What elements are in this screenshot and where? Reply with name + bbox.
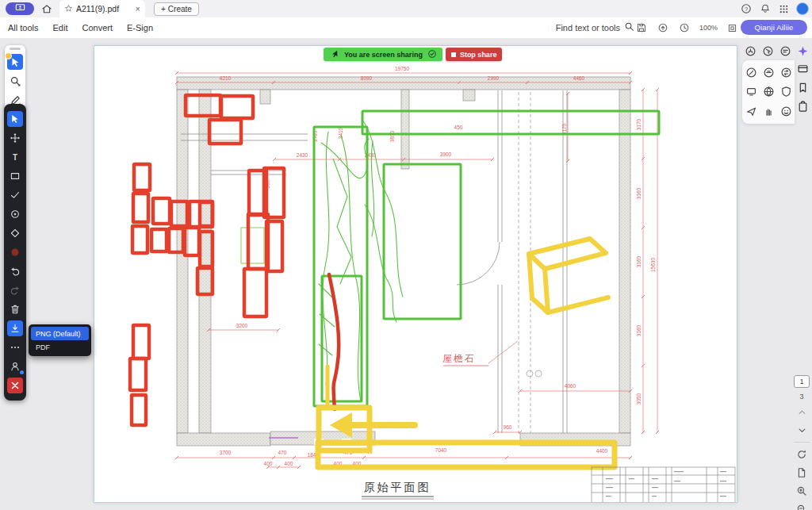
svg-text:15630: 15630 (650, 258, 656, 272)
laser-tool[interactable] (7, 206, 23, 222)
svg-text:3170: 3170 (636, 118, 642, 130)
svg-text:3830: 3830 (389, 130, 395, 142)
cursor-icon (329, 48, 339, 62)
protect-icon[interactable] (779, 85, 793, 98)
drag-handle[interactable] (10, 48, 21, 50)
presence-badge (5, 52, 12, 59)
apps-grid-icon[interactable] (777, 2, 791, 16)
eave-stone-label: 屋檐石 (442, 353, 476, 364)
hand-icon[interactable] (762, 105, 776, 118)
svg-text:3160: 3160 (636, 324, 642, 336)
quick-toolbar (5, 45, 25, 113)
save-icon[interactable] (635, 21, 649, 35)
zoom-level-label[interactable]: 100% (699, 24, 718, 32)
text-tool[interactable]: T (7, 149, 23, 165)
check-tool[interactable] (7, 187, 23, 203)
zoom-out-icon[interactable] (795, 502, 809, 510)
redo-button[interactable] (7, 282, 23, 298)
comment-tool-icon[interactable] (779, 44, 792, 58)
svg-text:T: T (13, 153, 17, 162)
menu-item-e-sign[interactable]: E-Sign (127, 23, 153, 33)
participants-button[interactable] (7, 359, 23, 374)
stop-square-icon (451, 52, 456, 57)
floorplan-drawing: 1975042108090299044603170317031603160316… (94, 46, 737, 502)
tab-title: A211(9).pdf (76, 4, 132, 13)
find-tools[interactable]: Find text or tools (556, 17, 645, 38)
svg-text:19750: 19750 (395, 66, 409, 71)
fit-page-icon[interactable] (726, 21, 739, 35)
svg-text:?: ? (744, 6, 747, 13)
svg-text:2990: 2990 (488, 75, 500, 81)
svg-text:400: 400 (285, 461, 293, 466)
select-tool[interactable] (7, 54, 23, 70)
stop-share-label: Stop share (460, 51, 497, 59)
help-icon[interactable]: ? (739, 2, 753, 16)
rectangle-tool[interactable] (7, 168, 23, 184)
more-button[interactable] (7, 339, 23, 355)
pdf-page[interactable]: 1975042108090299044603170317031603160316… (94, 45, 737, 503)
face-icon[interactable] (779, 105, 793, 118)
globe-icon[interactable] (762, 85, 776, 98)
home-icon[interactable] (41, 3, 52, 17)
history-icon[interactable] (678, 21, 691, 35)
move-tool[interactable] (7, 130, 23, 146)
sign-icon[interactable] (762, 66, 776, 79)
select-rail-icon[interactable] (761, 44, 775, 58)
edit-pdf-icon[interactable] (745, 66, 758, 79)
sharing-indicator: You are screen sharing (324, 48, 442, 61)
star-icon[interactable] (64, 2, 73, 16)
screenshare-pill[interactable] (6, 2, 34, 15)
svg-text:450: 450 (454, 125, 463, 130)
clipboard-icon[interactable] (796, 100, 810, 113)
zoom-in-icon[interactable] (795, 484, 809, 497)
stop-share-button[interactable]: Stop share (446, 48, 503, 61)
search-icon (624, 21, 634, 35)
pointer-tool[interactable] (7, 111, 23, 127)
delete-button[interactable] (7, 301, 23, 317)
card-icon[interactable] (796, 62, 810, 75)
previous-page-icon[interactable] (795, 405, 809, 419)
create-label: Create (168, 5, 192, 13)
export-option-png-default-[interactable]: PNG (Default) (31, 327, 89, 340)
svg-text:960: 960 (504, 424, 512, 430)
next-page-icon[interactable] (795, 424, 809, 437)
notifications-icon[interactable] (758, 2, 772, 16)
menu-item-all-tools[interactable]: All tools (8, 23, 39, 33)
zoom-tool[interactable] (7, 73, 23, 89)
rotate-page-icon[interactable] (795, 447, 809, 461)
menu-item-convert[interactable]: Convert (82, 23, 113, 33)
right-rail-side (796, 62, 810, 113)
color-swatch[interactable] (7, 244, 23, 260)
avatar[interactable] (796, 2, 809, 15)
undo-button[interactable] (7, 263, 23, 279)
export-option-pdf[interactable]: PDF (31, 340, 89, 354)
download-button[interactable] (7, 320, 23, 336)
share-icon[interactable] (657, 21, 670, 35)
eraser-tool[interactable] (7, 225, 23, 241)
bookmark-icon[interactable] (796, 81, 810, 94)
tab-close-icon[interactable]: × (136, 4, 140, 13)
menu-item-edit[interactable]: Edit (53, 23, 68, 33)
screenshare-banner: You are screen sharing Stop share (324, 48, 502, 61)
svg-text:3160: 3160 (636, 187, 642, 199)
convert-icon[interactable] (779, 66, 793, 79)
svg-text:184: 184 (308, 452, 316, 458)
pan-tool-icon[interactable] (744, 44, 757, 58)
screen-icon[interactable] (745, 85, 758, 98)
ai-assistant-icon[interactable] (796, 44, 810, 58)
svg-text:3050: 3050 (636, 393, 642, 405)
close-annotate-button[interactable] (7, 378, 23, 393)
document-tab[interactable]: A211(9).pdf × (59, 0, 145, 17)
svg-text:3700: 3700 (220, 450, 232, 455)
page-controls: 1 3 (792, 375, 811, 510)
page-number-input[interactable]: 1 (794, 375, 810, 388)
drawing-title: 原始平面图 (364, 481, 431, 493)
menubar: All toolsEditConvertE-Sign (8, 17, 153, 38)
create-button[interactable]: + Create (154, 2, 199, 16)
export-page-icon[interactable] (795, 466, 809, 479)
acrobat-toolbar: All toolsEditConvertE-Sign Find text or … (0, 17, 812, 39)
send-icon[interactable] (745, 105, 758, 118)
page-total: 3 (799, 393, 803, 401)
tools-panel (742, 60, 795, 124)
ai-assistant-button[interactable]: Qianji Ailiie (741, 20, 807, 35)
